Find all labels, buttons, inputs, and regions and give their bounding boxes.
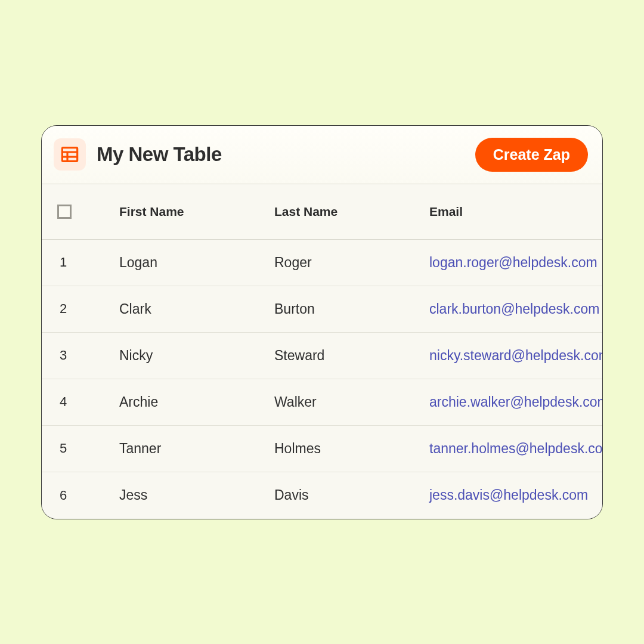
row-number: 2 (60, 301, 119, 317)
cell-last-name[interactable]: Roger (274, 255, 429, 271)
svg-rect-0 (62, 148, 77, 162)
page-title: My New Table (97, 143, 222, 166)
table-row[interactable]: 2 Clark Burton clark.burton@helpdesk.com (42, 286, 602, 333)
cell-first-name[interactable]: Nicky (119, 348, 274, 364)
table-icon-tile (54, 138, 86, 171)
create-zap-button[interactable]: Create Zap (475, 138, 588, 172)
table-row[interactable]: 1 Logan Roger logan.roger@helpdesk.com (42, 240, 602, 286)
cell-first-name[interactable]: Clark (119, 301, 274, 317)
table-row[interactable]: 6 Jess Davis jess.davis@helpdesk.com (42, 472, 602, 519)
table-row[interactable]: 3 Nicky Steward nicky.steward@helpdesk.c… (42, 333, 602, 379)
cell-last-name[interactable]: Steward (274, 348, 429, 364)
table-card: My New Table Create Zap First Name Last … (41, 125, 603, 519)
row-number: 3 (60, 348, 119, 363)
card-header: My New Table Create Zap (42, 126, 602, 184)
cell-last-name[interactable]: Burton (274, 301, 429, 317)
table-icon (60, 145, 79, 164)
select-all-checkbox[interactable] (57, 205, 72, 219)
column-header-last-name[interactable]: Last Name (274, 205, 429, 219)
cell-first-name[interactable]: Archie (119, 394, 274, 410)
column-header-first-name[interactable]: First Name (119, 205, 274, 219)
table-row[interactable]: 4 Archie Walker archie.walker@helpdesk.c… (42, 379, 602, 426)
select-all-cell (54, 205, 119, 219)
column-header-email[interactable]: Email (429, 205, 602, 219)
table-row[interactable]: 5 Tanner Holmes tanner.holmes@helpdesk.c… (42, 426, 602, 472)
cell-first-name[interactable]: Logan (119, 255, 274, 271)
row-number: 6 (60, 488, 119, 503)
table-header-row: First Name Last Name Email (42, 184, 602, 240)
cell-email[interactable]: clark.burton@helpdesk.com (429, 301, 602, 317)
cell-email[interactable]: logan.roger@helpdesk.com (429, 255, 602, 271)
cell-email[interactable]: nicky.steward@helpdesk.com (429, 348, 603, 364)
cell-email[interactable]: jess.davis@helpdesk.com (429, 487, 602, 503)
row-number: 5 (60, 441, 119, 456)
cell-first-name[interactable]: Jess (119, 487, 274, 503)
cell-email[interactable]: archie.walker@helpdesk.com (429, 394, 603, 410)
cell-last-name[interactable]: Walker (274, 394, 429, 410)
cell-first-name[interactable]: Tanner (119, 441, 274, 457)
cell-last-name[interactable]: Holmes (274, 441, 429, 457)
row-number: 1 (60, 255, 119, 270)
cell-last-name[interactable]: Davis (274, 487, 429, 503)
row-number: 4 (60, 394, 119, 410)
cell-email[interactable]: tanner.holmes@helpdesk.com (429, 441, 603, 457)
